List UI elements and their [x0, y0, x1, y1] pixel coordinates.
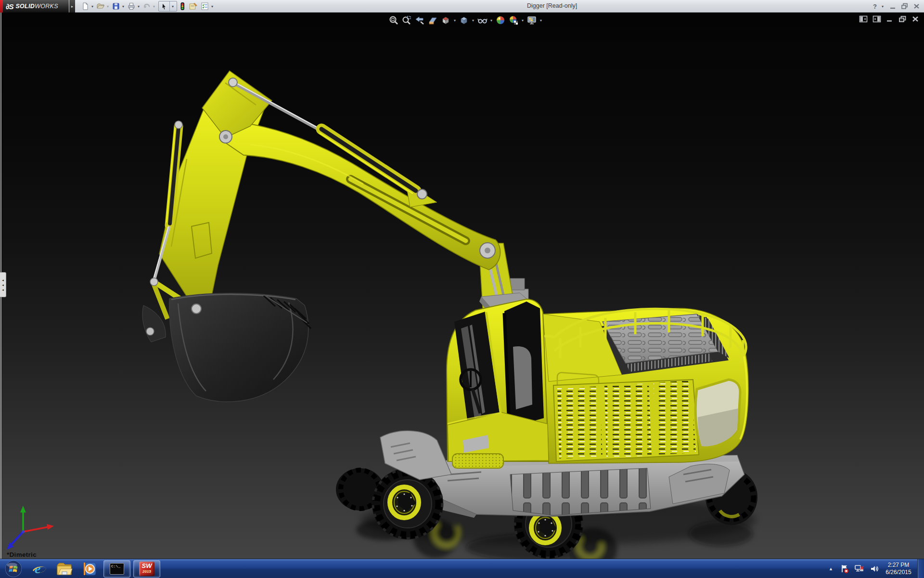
start-button[interactable] — [0, 559, 27, 578]
save-button[interactable] — [111, 1, 121, 12]
arm-cylinder — [234, 82, 416, 194]
minimize-document-button[interactable] — [886, 15, 894, 23]
apply-scene-dropdown[interactable]: ▾ — [521, 18, 525, 23]
taskbar-clock[interactable]: 2:27 PM 6/26/2015 — [882, 562, 915, 576]
rear-left-wheel — [336, 468, 384, 511]
titlebar-controls: ? ▾ — [873, 0, 920, 13]
print-dropdown[interactable]: ▾ — [137, 4, 141, 9]
zoom-to-fit-button[interactable] — [388, 14, 399, 26]
undo-dropdown[interactable]: ▾ — [153, 4, 156, 9]
previous-view-button[interactable] — [414, 14, 425, 26]
apex-plate — [202, 71, 272, 138]
document-window-controls — [859, 15, 919, 23]
hide-show-dropdown[interactable]: ▾ — [489, 18, 493, 23]
view-settings-button[interactable] — [526, 14, 538, 26]
close-button[interactable] — [913, 3, 920, 10]
network-error-icon — [854, 564, 865, 574]
show-desktop-button[interactable] — [917, 559, 924, 578]
select-caret: ▾ — [171, 4, 175, 9]
select-tool-dropdown[interactable]: ▾ — [169, 1, 177, 11]
toggle-right-pane-button[interactable] — [873, 15, 881, 23]
folder-icon — [56, 561, 73, 577]
orientation-triad — [7, 506, 54, 550]
help-button[interactable]: ? — [873, 3, 877, 10]
title-bar: ∂S SOLIDWORKS ▸ ▾ ▾ — [0, 0, 924, 13]
new-dropdown[interactable]: ▾ — [91, 4, 95, 9]
open-dropdown[interactable]: ▾ — [106, 4, 110, 9]
open-button[interactable] — [95, 1, 106, 12]
taskbar-solidworks-2015[interactable]: SW 2015 — [133, 560, 160, 578]
section-view-icon — [427, 15, 438, 26]
solidworks-2015-icon: SW 2015 — [139, 562, 154, 576]
apply-scene-icon — [508, 15, 519, 26]
body-deck — [511, 308, 748, 463]
rear-window — [695, 380, 740, 447]
eyeglasses-icon — [477, 15, 488, 26]
appearance-sphere-icon — [495, 15, 506, 26]
undo-button[interactable] — [141, 1, 152, 12]
taskbar-internet-explorer[interactable]: e — [27, 559, 52, 578]
view-orientation-button[interactable] — [440, 14, 451, 26]
close-document-button[interactable] — [911, 15, 919, 23]
windows-start-icon — [5, 560, 22, 578]
taskbar-media-player[interactable] — [77, 559, 102, 578]
volume-button[interactable] — [867, 564, 882, 574]
traffic-light-button[interactable] — [178, 1, 187, 12]
taskbar-windows-explorer[interactable] — [52, 559, 77, 578]
options-dropdown[interactable]: ▾ — [211, 4, 215, 9]
new-document-button[interactable] — [80, 1, 90, 12]
sw-letters: SW — [139, 562, 154, 570]
collapse-arrow: ◂ — [2, 283, 4, 287]
collapse-arrow: ◂ — [2, 288, 4, 291]
solidworks-app: ∂S SOLIDWORKS ▸ ▾ ▾ — [0, 0, 924, 578]
display-style-icon — [459, 15, 469, 26]
options-checklist-button[interactable] — [199, 1, 210, 12]
view-orientation-icon — [440, 15, 451, 26]
options-checklist-icon — [200, 2, 209, 11]
sw-year: 2015 — [139, 570, 154, 574]
solidworks-symbol-icon: ∂S — [6, 2, 13, 11]
solidworks-wordmark: SOLIDWORKS — [15, 3, 58, 10]
minimize-button[interactable] — [889, 3, 897, 10]
clock-date: 6/26/2015 — [882, 569, 915, 576]
print-button[interactable] — [126, 1, 137, 12]
select-tool-button[interactable] — [159, 1, 169, 11]
cmd-text: C:\_ — [111, 564, 120, 568]
steering-wheel — [461, 369, 481, 413]
undo-icon — [142, 2, 151, 11]
hide-show-items-button[interactable] — [476, 14, 488, 26]
menu-expand-tab[interactable]: ▸ — [69, 0, 75, 13]
clock-time: 2:27 PM — [882, 562, 915, 569]
display-style-button[interactable] — [458, 14, 470, 26]
bucket-cylinder — [153, 121, 182, 281]
taskbar-command-prompt[interactable]: C:\_ — [103, 560, 130, 578]
open-folder-icon — [96, 2, 105, 11]
edit-note-button[interactable] — [188, 1, 199, 12]
show-hidden-icons-button[interactable]: ▲ — [824, 566, 837, 571]
restore-button[interactable] — [901, 3, 909, 10]
apply-scene-button[interactable] — [508, 14, 519, 26]
rear-wheel — [514, 489, 583, 559]
graphics-viewport[interactable]: ◂ ◂ ◂ — [0, 13, 924, 559]
toggle-left-pane-button[interactable] — [859, 15, 868, 23]
action-center-button[interactable] — [837, 564, 852, 574]
windows-taskbar: e C:\_ — [0, 559, 924, 578]
front-wheel — [372, 468, 443, 539]
section-view-button[interactable] — [427, 14, 438, 26]
feature-panel-collapse-tab[interactable]: ◂ ◂ ◂ — [0, 272, 6, 297]
zoom-to-fit-icon — [388, 15, 399, 26]
action-center-flag-icon — [840, 564, 849, 574]
restore-document-button[interactable] — [898, 15, 907, 23]
cab — [447, 293, 549, 468]
window-title: Digger [Read-only] — [527, 2, 577, 9]
network-status-button[interactable] — [852, 564, 867, 574]
display-style-dropdown[interactable]: ▾ — [471, 18, 475, 23]
edit-note-icon — [189, 2, 198, 11]
view-orientation-dropdown[interactable]: ▾ — [453, 18, 457, 23]
help-dropdown[interactable]: ▾ — [881, 4, 885, 9]
zoom-to-area-button[interactable] — [401, 14, 412, 26]
bucket — [169, 293, 311, 402]
save-dropdown[interactable]: ▾ — [122, 4, 126, 9]
view-settings-dropdown[interactable]: ▾ — [539, 18, 543, 23]
edit-appearance-button[interactable] — [495, 14, 506, 26]
